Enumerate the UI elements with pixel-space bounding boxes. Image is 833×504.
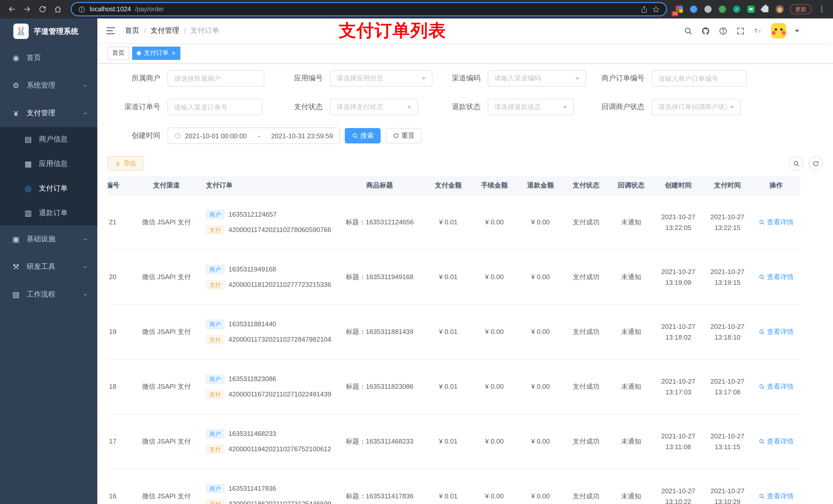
view-detail-link[interactable]: 查看详情 xyxy=(759,327,793,336)
export-button[interactable]: 导出 xyxy=(108,156,143,171)
order-refund: ¥ 0.00 xyxy=(518,414,564,469)
refresh-icon xyxy=(812,160,819,167)
url-bar[interactable]: localhost:1024/pay/order xyxy=(71,2,667,16)
order-fee: ¥ 0.00 xyxy=(471,469,518,504)
bookmark-star-icon[interactable] xyxy=(652,5,660,13)
search-icon xyxy=(759,438,765,444)
channel-code-filter-select[interactable]: 请输入渠道编码 xyxy=(488,70,586,87)
sidebar-item-devtools[interactable]: ⚒ 研发工具 xyxy=(0,253,97,281)
sidebar-item-pay[interactable]: ¥ 支付管理 xyxy=(0,99,97,127)
page-title: 支付订单列表 xyxy=(339,19,446,43)
app-no-filter-select[interactable]: 请选择应用信息 xyxy=(330,70,432,87)
chevron-down-icon xyxy=(82,264,88,270)
reload-icon[interactable] xyxy=(36,3,49,16)
extension-drop-icon[interactable] xyxy=(688,3,700,15)
font-size-icon[interactable]: TT xyxy=(754,26,762,35)
close-icon[interactable]: × xyxy=(172,50,175,56)
range-end: 2021-10-31 23:59:59 xyxy=(271,132,333,140)
extension-chat-icon[interactable] xyxy=(745,3,757,15)
sidebar: 🐰 芋道管理系统 ◉ 首页 ⚙ 系统管理 ¥ 支付管理 ▤ 商户信息 ▦ 应用信… xyxy=(0,19,97,504)
order-pay-status: 支付成功 xyxy=(564,469,609,504)
extension-gray-icon[interactable] xyxy=(702,3,714,15)
chevron-down-icon xyxy=(82,236,88,242)
order-id: 18 xyxy=(108,359,133,414)
tag-pay-order[interactable]: 支付订单 × xyxy=(132,46,180,60)
merchant-order-no: 1635311468233 xyxy=(229,430,276,437)
pay-badge: 支付 xyxy=(206,280,224,289)
merchant-order-no: 1635311949168 xyxy=(229,265,276,273)
browser-update-button[interactable]: 更新 xyxy=(790,4,811,14)
chevron-down-icon xyxy=(575,77,579,82)
help-icon[interactable] xyxy=(719,26,728,35)
browser-menu-icon[interactable] xyxy=(815,3,828,15)
user-avatar[interactable] xyxy=(771,23,786,39)
tag-home[interactable]: 首页 xyxy=(108,46,129,60)
merchant-filter-input[interactable] xyxy=(168,70,264,87)
breadcrumb-home[interactable]: 首页 xyxy=(125,26,139,35)
order-id: 17 xyxy=(108,414,133,469)
channel-order-no-filter-label: 渠道订单号 xyxy=(108,102,168,112)
order-amount: ¥ 0.01 xyxy=(425,249,471,304)
sidebar-item-pay-order[interactable]: ◎ 支付订单 xyxy=(0,176,97,201)
merchant-order-no-filter-input[interactable] xyxy=(652,70,747,87)
order-pay-time: 2021-10-27 13:17:08 xyxy=(703,359,752,414)
view-detail-link[interactable]: 查看详情 xyxy=(759,272,793,282)
hamburger-icon[interactable] xyxy=(105,26,116,36)
browser-profile-avatar[interactable] xyxy=(774,3,786,15)
order-refund: ¥ 0.00 xyxy=(518,195,564,249)
pay-order-no: 4200001174202110278060590766 xyxy=(229,226,331,234)
pay-status-filter-select[interactable]: 请选择支付状态 xyxy=(330,99,418,115)
tools-icon: ⚒ xyxy=(11,262,21,271)
refresh-table-button[interactable] xyxy=(808,156,823,171)
sidebar-item-app-info[interactable]: ▦ 应用信息 xyxy=(0,152,97,176)
order-notify-status: 未通知 xyxy=(609,359,654,414)
merchant-filter-label: 所属商户 xyxy=(108,74,168,83)
refund-status-filter-select[interactable]: 请选择退款状态 xyxy=(488,99,574,115)
site-info-icon[interactable] xyxy=(78,5,86,13)
reset-button[interactable]: 重置 xyxy=(386,128,422,143)
order-title: 标题：1635311881439 xyxy=(334,304,425,359)
sidebar-item-workflow[interactable]: ▧ 工作流程 xyxy=(0,281,97,308)
search-icon[interactable] xyxy=(684,26,693,35)
order-channel: 微信 JSAPI 支付 xyxy=(133,469,200,504)
app-logo[interactable]: 🐰 芋道管理系统 xyxy=(0,19,97,44)
fullscreen-icon[interactable] xyxy=(736,26,745,35)
extension-check-icon[interactable]: ✓ xyxy=(731,3,743,15)
sidebar-item-infra[interactable]: ▣ 基础设施 xyxy=(0,225,97,253)
sidebar-item-refund-order[interactable]: ▥ 退款订单 xyxy=(0,201,97,225)
puzzle-extensions-icon[interactable] xyxy=(759,3,771,15)
channel-order-no-filter-input[interactable] xyxy=(168,99,262,115)
home-icon[interactable] xyxy=(51,3,65,16)
breadcrumb-section[interactable]: 支付管理 xyxy=(151,26,179,35)
back-icon[interactable] xyxy=(5,3,19,16)
view-detail-link[interactable]: 查看详情 xyxy=(759,437,793,446)
order-id: 20 xyxy=(108,249,133,304)
extension-grid-icon[interactable]: 10 xyxy=(673,3,686,15)
sidebar-item-home[interactable]: ◉ 首页 xyxy=(0,44,97,72)
pay-order-no: 4200001186202110273125446599 xyxy=(229,500,331,504)
search-button[interactable]: 搜索 xyxy=(345,128,381,143)
chevron-down-icon[interactable] xyxy=(795,29,799,34)
order-pay-status: 支付成功 xyxy=(564,359,609,414)
github-icon[interactable] xyxy=(701,26,710,35)
pay-order-no: 4200001173202110272847982104 xyxy=(229,335,331,343)
order-amount: ¥ 0.01 xyxy=(425,469,471,504)
view-detail-link[interactable]: 查看详情 xyxy=(759,217,793,226)
order-create-time: 2021-10-27 13:19:09 xyxy=(654,249,703,304)
order-refund: ¥ 0.00 xyxy=(518,249,564,304)
col-refund: 退款金额 xyxy=(518,176,564,195)
notify-status-filter-select[interactable]: 请选择订单回调商户状态 xyxy=(652,99,741,115)
forward-icon[interactable] xyxy=(21,3,34,16)
toggle-search-button[interactable] xyxy=(789,156,803,171)
col-channel: 支付渠道 xyxy=(133,176,200,195)
order-title: 标题：1635312124656 xyxy=(334,195,425,249)
merchant-order-no: 1635312124657 xyxy=(229,211,277,218)
sidebar-item-merchant-info[interactable]: ▤ 商户信息 xyxy=(0,127,97,152)
create-time-range-input[interactable]: 2021-10-01 00:00:00 - 2021-10-31 23:59:5… xyxy=(168,127,340,144)
view-detail-link[interactable]: 查看详情 xyxy=(759,491,793,501)
share-icon[interactable] xyxy=(640,5,648,13)
extension-green-icon[interactable] xyxy=(716,3,729,15)
view-detail-link[interactable]: 查看详情 xyxy=(759,382,793,391)
sidebar-item-system[interactable]: ⚙ 系统管理 xyxy=(0,72,97,99)
order-id: 16 xyxy=(108,469,133,504)
